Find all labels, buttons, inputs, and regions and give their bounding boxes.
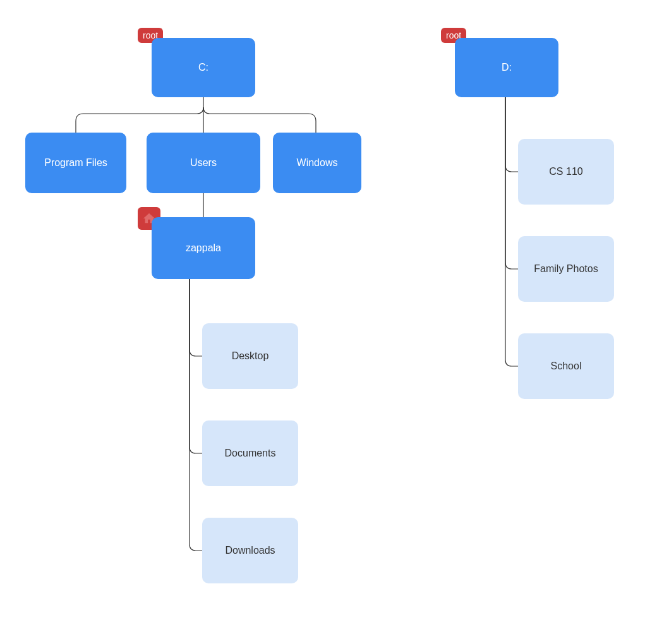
node-cs110-label: CS 110: [549, 166, 582, 177]
node-c-drive-label: C:: [198, 62, 208, 73]
node-windows-label: Windows: [297, 157, 338, 169]
node-c-drive: C:: [152, 38, 255, 97]
node-family-photos-label: Family Photos: [534, 263, 598, 275]
node-downloads: Downloads: [202, 518, 298, 583]
node-desktop: Desktop: [202, 323, 298, 389]
node-windows: Windows: [273, 133, 361, 193]
node-school-label: School: [551, 361, 582, 372]
node-documents-label: Documents: [225, 448, 276, 459]
node-users: Users: [147, 133, 260, 193]
node-zappala: zappala: [152, 217, 255, 279]
node-downloads-label: Downloads: [225, 545, 275, 556]
node-cs110: CS 110: [518, 139, 614, 205]
node-program-files-label: Program Files: [44, 157, 107, 169]
node-d-drive: D:: [455, 38, 558, 97]
node-family-photos: Family Photos: [518, 236, 614, 302]
node-program-files: Program Files: [25, 133, 126, 193]
node-documents: Documents: [202, 420, 298, 486]
node-d-drive-label: D:: [502, 62, 512, 73]
node-desktop-label: Desktop: [232, 350, 269, 362]
node-school: School: [518, 333, 614, 399]
node-users-label: Users: [190, 157, 217, 169]
node-zappala-label: zappala: [186, 242, 221, 254]
